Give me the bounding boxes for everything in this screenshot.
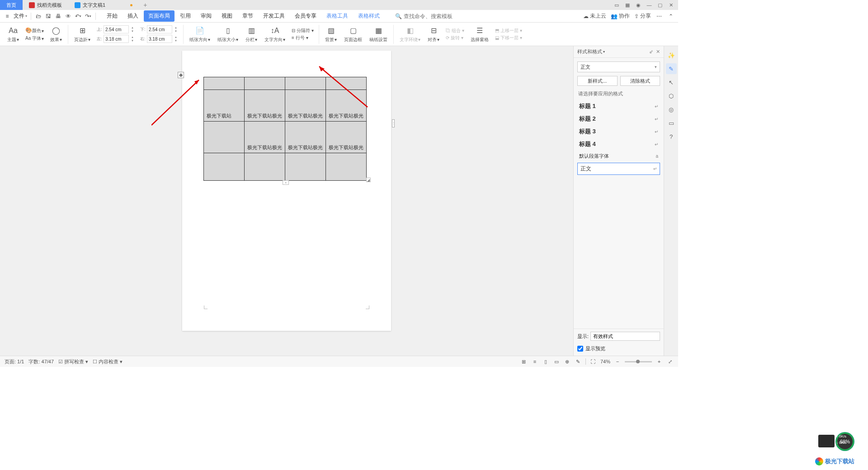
layout-icon[interactable]: ▭ [612, 1, 622, 9]
spinner[interactable]: ▲▼ [174, 35, 178, 42]
effect-button[interactable]: ◯效果▾ [47, 26, 65, 43]
minimize-button[interactable]: — [644, 1, 654, 9]
style-default-font[interactable]: 默认段落字体a [574, 150, 664, 162]
view-mode-3-icon[interactable]: ▯ [542, 358, 549, 365]
table-corner-handle[interactable]: ◢ [366, 178, 371, 182]
user-icon[interactable]: ◉ [633, 1, 643, 9]
collapse-ribbon-icon[interactable]: ⌃ [667, 13, 675, 20]
new-tab-button[interactable]: + [139, 1, 151, 9]
theme-button[interactable]: Aa主题▾ [5, 26, 22, 43]
margin-left-input[interactable]: 3.18 cm [104, 35, 129, 43]
view-mode-5-icon[interactable]: ⊕ [564, 358, 571, 365]
font-button[interactable]: Aa 字体▾ [24, 34, 46, 42]
lineno-button[interactable]: ≡行号▾ [292, 35, 314, 41]
close-panel-icon[interactable]: ✕ [656, 49, 660, 55]
cloud-status[interactable]: ☁ 未上云 [583, 12, 606, 20]
print-icon[interactable]: 🖶 [55, 13, 62, 20]
more-icon[interactable]: ⋯ [656, 13, 663, 20]
clear-format-button[interactable]: 清除格式 [620, 76, 660, 86]
redo-icon[interactable]: ↷▾ [85, 13, 92, 20]
color-button[interactable]: 🎨颜色▾ [24, 27, 46, 34]
table[interactable]: 极光下载站 极光下载站极光 极光下载站极光 极光下载站极光 极光下载站极光 极光… [203, 77, 367, 181]
rail-shape-icon[interactable]: ⬡ [666, 90, 677, 101]
table-cell[interactable]: 极光下载站极光 [326, 122, 367, 153]
zoom-in-icon[interactable]: + [656, 358, 663, 365]
wrap-button[interactable]: ◧文字环绕▾ [397, 26, 423, 43]
view-mode-6-icon[interactable]: ✎ [575, 358, 582, 365]
file-menu[interactable]: 文件▾ [14, 12, 27, 20]
text-dir-button[interactable]: ↕A文字方向▾ [262, 26, 288, 43]
menu-9[interactable]: 表格工具 [322, 10, 353, 22]
style-body-selected[interactable]: 正文↵ [577, 163, 660, 175]
wm-button[interactable]: ▦稿纸设置 [367, 26, 390, 43]
spinner[interactable]: ▲▼ [174, 26, 178, 33]
style-item[interactable]: 标题 4↵ [574, 138, 664, 150]
margins-button[interactable]: ⊞页边距▾ [71, 26, 93, 43]
maximize-button[interactable]: ▢ [655, 1, 665, 9]
undo-icon[interactable]: ↶▾ [75, 13, 82, 20]
menu-7[interactable]: 开发工具 [259, 10, 289, 22]
paper-dir-button[interactable]: 📄纸张方向▾ [187, 26, 213, 43]
coop-button[interactable]: 👥 协作 [611, 12, 630, 20]
view-mode-4-icon[interactable]: ▭ [553, 358, 560, 365]
bg-button[interactable]: ▧背景▾ [322, 26, 340, 43]
menu-0[interactable]: 开始 [102, 10, 122, 22]
preview-checkbox[interactable] [577, 346, 583, 352]
pin-icon[interactable]: ⇙ [649, 49, 653, 55]
new-style-button[interactable]: 新样式... [577, 76, 618, 86]
close-button[interactable]: ✕ [666, 1, 676, 9]
command-search[interactable]: 🔍 [395, 13, 458, 19]
align-button[interactable]: ⊟对齐▾ [425, 26, 442, 43]
zoom-out-icon[interactable]: − [614, 358, 621, 365]
zoom-level[interactable]: 74% [600, 359, 610, 364]
margin-top-input[interactable]: 2.54 cm [104, 25, 129, 33]
menu-2[interactable]: 页面布局 [144, 10, 175, 22]
expand-icon[interactable]: ⤢ [666, 358, 674, 365]
grid-icon[interactable]: ▦ [623, 1, 632, 9]
table-resize-handle[interactable]: ⋮ [392, 119, 395, 127]
rail-styles-icon[interactable]: ✎ [666, 63, 677, 74]
table-move-handle[interactable]: ✥ [178, 72, 184, 78]
search-input[interactable] [404, 13, 458, 19]
tab-home[interactable]: 首页 [0, 0, 23, 10]
table-cell[interactable]: 极光下载站极光 [285, 90, 326, 122]
break-button[interactable]: ⊟分隔符▾ [292, 28, 314, 34]
tab-doc[interactable]: 文字文稿1 [68, 0, 139, 10]
paper-size-button[interactable]: ▯纸张大小▾ [215, 26, 241, 43]
save-icon[interactable]: 🖫 [45, 13, 52, 20]
menu-1[interactable]: 插入 [123, 10, 143, 22]
style-item[interactable]: 标题 2↵ [574, 113, 664, 125]
menu-4[interactable]: 审阅 [196, 10, 216, 22]
rail-ai-icon[interactable]: ✨ [666, 50, 677, 61]
table-cell[interactable]: 极光下载站极光 [326, 90, 367, 122]
menu-3[interactable]: 引用 [175, 10, 195, 22]
rail-book-icon[interactable]: ▭ [666, 118, 677, 128]
fit-icon[interactable]: ⛶ [590, 358, 597, 365]
border-button[interactable]: ▢页面边框 [341, 26, 365, 43]
show-select[interactable] [590, 332, 660, 341]
table-cell[interactable]: 极光下载站极光 [245, 90, 285, 122]
spinner[interactable]: ▲▼ [130, 35, 135, 42]
style-item[interactable]: 标题 3↵ [574, 125, 664, 138]
spinner[interactable]: ▲▼ [130, 26, 135, 33]
columns-button[interactable]: ▥分栏▾ [243, 26, 260, 43]
view-mode-2-icon[interactable]: ≡ [531, 358, 538, 365]
share-button[interactable]: ⇪ 分享 [634, 12, 651, 20]
table-cell[interactable]: 极光下载站 [204, 90, 245, 122]
menu-6[interactable]: 章节 [238, 10, 258, 22]
content-check[interactable]: ☐ 内容检查 ▾ [93, 358, 123, 365]
open-icon[interactable]: 🗁 [35, 13, 42, 20]
menu-5[interactable]: 视图 [217, 10, 237, 22]
rail-select-icon[interactable]: ↖ [666, 77, 677, 88]
document-canvas[interactable]: ✥ 极光下载站 极光下载站极光 极光下载站极光 极光下载站极光 极光下载站极光 … [0, 46, 573, 356]
margin-right-input[interactable]: 3.18 cm [147, 35, 172, 43]
table-cell[interactable] [204, 122, 245, 153]
current-style-select[interactable]: 正文▾ [577, 61, 660, 72]
menu-8[interactable]: 会员专享 [290, 10, 321, 22]
view-mode-1-icon[interactable]: ⊞ [520, 358, 528, 365]
menu-icon[interactable]: ≡ [4, 13, 11, 20]
add-row-button[interactable]: + [283, 180, 289, 185]
select-pane-button[interactable]: ☰选择窗格 [468, 26, 491, 43]
margin-bottom-input[interactable]: 2.54 cm [147, 25, 172, 33]
preview-icon[interactable]: 👁 [65, 13, 72, 20]
